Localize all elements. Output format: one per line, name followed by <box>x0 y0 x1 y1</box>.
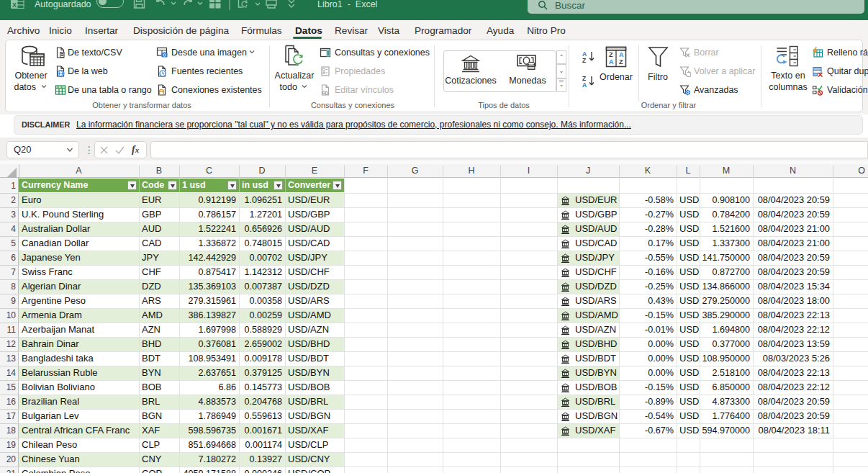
svg-text:X: X <box>12 1 17 9</box>
svg-text:A: A <box>582 81 587 88</box>
svg-text:Z: Z <box>609 51 613 58</box>
svg-text:A: A <box>619 51 624 58</box>
svg-text:A: A <box>609 58 614 66</box>
svg-text:Z: Z <box>619 58 623 66</box>
svg-text:Z: Z <box>582 57 586 63</box>
